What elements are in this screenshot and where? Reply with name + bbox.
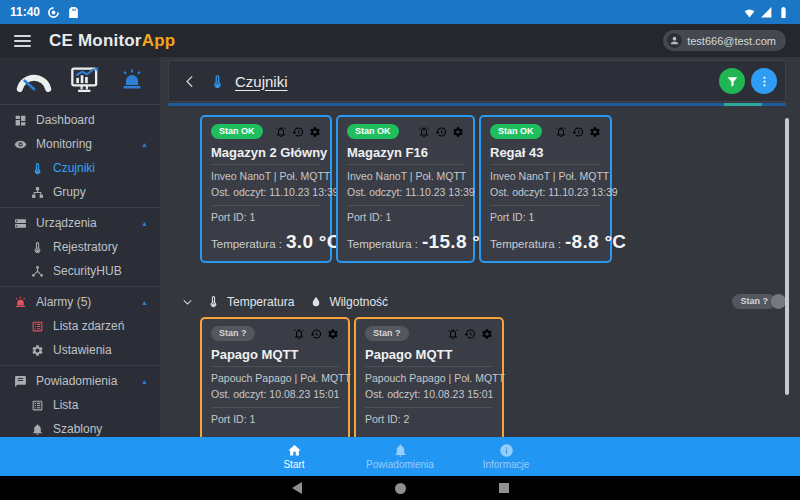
sidebar-item-securityhub[interactable]: SecurityHUB [0,259,160,283]
sensor-card[interactable]: Stan ? Papago MQTT Papouch Papago | Poł.… [200,317,350,437]
bottomnav-start[interactable]: Start [241,443,347,470]
sidebar-item-monitoring[interactable]: Monitoring ▲ [0,132,160,156]
sidebar-item-szablony[interactable]: Szablony [0,417,160,437]
sidebar-item-label: Urządzenia [36,216,97,230]
sensor-name: Regał 43 [490,145,601,160]
sidebar-item-label: Lista zdarzeń [53,319,124,333]
sidebar-item-label: Lista [53,398,78,412]
android-navigation-bar [0,476,800,500]
scrollbar-thumb[interactable] [724,103,762,106]
settings-icon[interactable] [452,126,464,138]
bottomnav-powiadomienia[interactable]: Powiadomienia [347,443,453,470]
sensor-port: Port ID: 1 [490,210,601,226]
chevron-down-icon[interactable] [182,296,193,307]
settings-icon[interactable] [481,328,493,340]
sidebar-item-dashboard[interactable]: Dashboard [0,108,160,132]
sidebar-item-rejestratory[interactable]: Rejestratory [0,235,160,259]
bottomnav-informacje[interactable]: Informacje [453,443,559,470]
bottom-navigation: Start Powiadomienia Informacje [0,437,800,476]
sensor-port: Port ID: 1 [347,210,464,226]
sidebar-item-label: Monitoring [36,137,92,151]
sidebar-item-powiadomienia[interactable]: Powiadomienia ▲ [0,369,160,393]
chevron-up-icon[interactable]: ▲ [141,220,148,227]
sidebar-item-label: Dashboard [36,113,95,127]
chevron-up-icon[interactable]: ▲ [141,299,148,306]
settings-icon[interactable] [327,328,339,340]
info-icon [499,443,514,458]
siren-icon[interactable] [120,68,144,92]
menu-hamburger-icon[interactable] [14,35,31,47]
horizontal-scrollbar[interactable] [168,103,786,106]
account-email: test666@test.com [687,35,776,47]
android-back-button[interactable] [292,482,302,494]
sidebar-item-label: Grupy [53,185,86,199]
status-badge: Stan ? [732,294,776,309]
wifi-icon [743,6,756,19]
status-badge: Stan OK [347,124,399,139]
chevron-up-icon[interactable]: ▲ [141,141,148,148]
battery-icon [777,6,790,19]
thermometer-icon [31,241,44,254]
sensor-card[interactable]: Stan ? Papago MQTT Papouch Papago | Poł.… [354,317,504,437]
devices-icon [14,217,27,230]
sidebar-item-alarmy[interactable]: Alarmy (5) ▲ [0,290,160,314]
android-home-button[interactable] [395,483,406,494]
sensor-last-read: Ost. odczyt: 11.10.23 13:39 [347,185,464,201]
alarm-icon[interactable] [447,328,459,340]
home-icon [287,443,302,458]
tab-wilgotnosc[interactable]: Wilgotność [329,295,388,309]
sensor-card[interactable]: Stan OK Magazyn 2 Główny Inveo NanoT | P… [200,115,332,263]
message-icon [14,375,27,388]
divider [347,205,464,206]
sd-card-icon [67,6,80,19]
status-count-circle[interactable] [771,294,786,309]
android-status-bar: 11:40 [0,0,800,24]
bell-icon [393,443,408,458]
divider [0,207,160,208]
history-icon[interactable] [310,328,322,340]
main-content: Czujniki Stan OK [160,57,800,437]
settings-icon[interactable] [589,126,601,138]
filter-button[interactable] [719,68,745,94]
gear-icon [31,344,44,357]
sensor-card[interactable]: Stan OK Magazyn F16 Inveo NanoT | Poł. M… [336,115,475,263]
divider [211,164,321,165]
dashboard-icon [14,114,27,127]
vertical-scrollbar[interactable] [785,118,789,395]
sidebar-item-lista[interactable]: Lista [0,393,160,417]
chart-monitor-icon[interactable] [71,67,101,94]
bottomnav-label: Informacje [483,459,530,470]
history-icon[interactable] [435,126,447,138]
list-icon [31,399,44,412]
settings-icon[interactable] [309,126,321,138]
chevron-up-icon[interactable]: ▲ [141,378,148,385]
more-options-button[interactable] [751,68,777,94]
droplet-icon [310,296,322,308]
sidebar-item-urzadzenia[interactable]: Urządzenia ▲ [0,211,160,235]
android-recents-button[interactable] [499,483,509,493]
alarm-icon[interactable] [275,126,287,138]
alarm-icon[interactable] [418,126,430,138]
history-icon[interactable] [292,126,304,138]
status-badge: Stan OK [490,124,542,139]
gauge-icon[interactable] [16,68,52,92]
app-screen: 11:40 CE MonitorApp test666@test.com [0,0,800,500]
alarm-icon[interactable] [293,328,305,340]
back-icon[interactable] [177,74,204,89]
sidebar-item-czujniki[interactable]: Czujniki [0,156,160,180]
notification-app-icon [47,6,60,19]
sidebar-item-lista-zdarzen[interactable]: Lista zdarzeń [0,314,160,338]
alarm-icon[interactable] [555,126,567,138]
account-chip[interactable]: test666@test.com [663,30,786,51]
sidebar-item-ustawienia[interactable]: Ustawienia [0,338,160,362]
status-badge: Stan ? [365,326,409,341]
tab-temperatura[interactable]: Temperatura [227,295,294,309]
bottomnav-label: Powiadomienia [366,459,434,470]
sensor-card[interactable]: Stan OK Regał 43 Inveo NanoT | Poł. MQTT… [479,115,612,263]
sidebar-item-grupy[interactable]: Grupy [0,180,160,204]
history-icon[interactable] [572,126,584,138]
sidebar-item-label: Szablony [53,422,102,436]
sensor-device: Papouch Papago | Poł. MQTT [211,371,339,387]
temperature-value: 3.0 °C [286,231,341,253]
history-icon[interactable] [464,328,476,340]
